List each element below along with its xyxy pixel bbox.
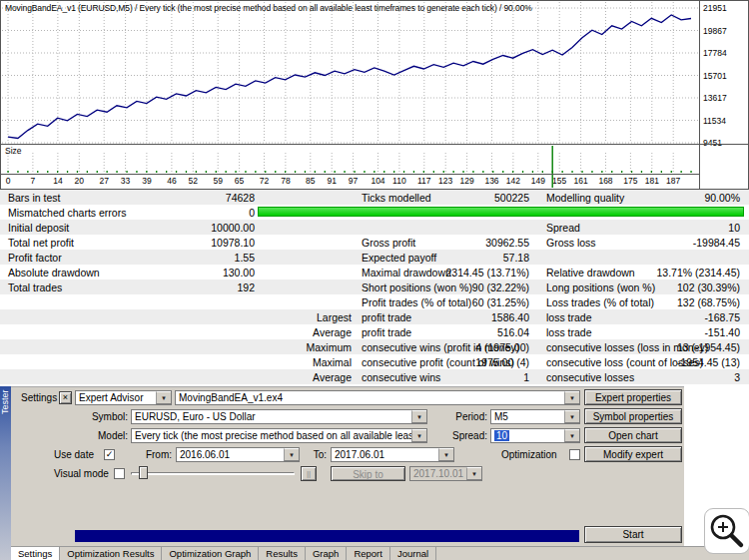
report-value: -151.40 — [704, 326, 740, 338]
report-value: 10000.00 — [211, 222, 255, 234]
to-label: To: — [305, 449, 327, 460]
use-date-label: Use date — [54, 449, 94, 460]
visual-speed-slider[interactable] — [131, 466, 295, 480]
x-axis-tick: 85 — [306, 176, 316, 186]
x-axis-tick: 175 — [623, 176, 637, 186]
report-value: 3 — [734, 371, 740, 383]
report-row: Maximumconsecutive wins (profit in money… — [0, 339, 749, 354]
report-value: 2314.45 (13.71%) — [446, 267, 529, 279]
zoom-control[interactable] — [704, 508, 749, 554]
start-button[interactable]: Start — [584, 526, 682, 543]
optimization-checkbox[interactable] — [569, 449, 580, 460]
tab-journal[interactable]: Journal — [390, 547, 436, 560]
close-icon[interactable]: × — [59, 391, 72, 404]
x-axis-tick: 20 — [75, 176, 85, 186]
symbol-properties-button[interactable]: Symbol properties — [584, 408, 682, 424]
x-axis-tick: 14 — [53, 176, 63, 186]
pause-button[interactable]: || — [301, 466, 317, 481]
balance-line — [8, 15, 691, 139]
report-label: profit trade — [362, 326, 411, 338]
report-value: 90.00% — [704, 192, 740, 204]
chevron-down-icon[interactable]: ▼ — [564, 410, 579, 423]
chevron-down-icon[interactable]: ▼ — [438, 448, 453, 461]
report-label: Expected payoff — [362, 252, 436, 264]
x-axis-tick: 27 — [99, 176, 109, 186]
y-axis-tick: 15701 — [703, 71, 727, 81]
report-value: -19984.45 — [693, 237, 740, 249]
report-value: -168.75 — [704, 311, 740, 323]
tab-settings[interactable]: Settings — [11, 547, 60, 560]
expert-properties-button[interactable]: Expert properties — [584, 389, 682, 405]
strategy-tester-report-window: 2195119867177841570113617115349451071420… — [0, 0, 749, 560]
chevron-down-icon[interactable]: ▼ — [564, 391, 579, 404]
open-chart-button[interactable]: Open chart — [584, 427, 682, 443]
x-axis-tick: 78 — [281, 176, 291, 186]
report-label: Long positions (won %) — [546, 281, 655, 293]
period-select[interactable]: M5 ▼ — [490, 409, 580, 424]
tab-optimization-results[interactable]: Optimization Results — [60, 547, 162, 560]
skip-to-button[interactable]: Skip to — [331, 466, 405, 481]
tab-results[interactable]: Results — [259, 547, 306, 560]
report-value: 60 (31.25%) — [472, 296, 529, 308]
x-axis-tick: 33 — [121, 176, 131, 186]
spread-input[interactable]: 10 ▼ — [490, 428, 580, 443]
report-label: Relative drawdown — [546, 267, 635, 279]
report-row: Averageprofit trade516.04loss trade-151.… — [0, 324, 749, 339]
report-label: loss trade — [546, 326, 592, 338]
chevron-down-icon[interactable]: ▼ — [156, 391, 171, 404]
x-axis-tick: 52 — [189, 176, 199, 186]
model-select[interactable]: Every tick (the most precise method base… — [131, 428, 427, 443]
from-label: From: — [140, 449, 172, 460]
tab-optimization-graph[interactable]: Optimization Graph — [162, 547, 259, 560]
tab-graph[interactable]: Graph — [306, 547, 347, 560]
chevron-down-icon[interactable]: ▼ — [284, 448, 299, 461]
y-axis-tick: 9451 — [703, 138, 722, 148]
from-date-select[interactable]: 2016.06.01 ▼ — [176, 447, 300, 462]
expert-type-value: Expert Advisor — [76, 391, 156, 404]
x-axis-tick: 142 — [506, 176, 520, 186]
symbol-select[interactable]: EURUSD, Euro - US Dollar ▼ — [131, 409, 427, 424]
tab-report[interactable]: Report — [347, 547, 390, 560]
expert-file-select[interactable]: MovingBandEA_v1.ex4 ▼ — [175, 390, 580, 405]
to-date-select[interactable]: 2017.06.01 ▼ — [331, 447, 454, 462]
report-row: Profit factor1.55Expected payoff57.18 — [0, 250, 749, 265]
visual-mode-checkbox[interactable] — [114, 468, 125, 479]
y-axis-tick: 11534 — [703, 116, 726, 126]
chevron-down-icon[interactable]: ▼ — [466, 467, 481, 480]
balance-chart: 2195119867177841570113617115349451071420… — [0, 0, 749, 190]
slider-thumb[interactable] — [139, 466, 148, 479]
report-row: Mismatched charts errors0 — [0, 205, 749, 220]
report-value: 10978.10 — [211, 237, 255, 249]
report-value: 74628 — [226, 192, 255, 204]
report-label: Ticks modelled — [362, 192, 431, 204]
use-date-checkbox[interactable]: ✓ — [104, 449, 115, 460]
report-qualifier: Maximal — [313, 356, 352, 368]
magnifier-icon — [705, 509, 749, 553]
report-label: Maximal drawdown — [362, 267, 451, 279]
report-value: 1975.00 (4) — [475, 356, 529, 368]
x-axis-tick: 123 — [438, 176, 452, 186]
report-row: Total net profit10978.10Gross profit3096… — [0, 235, 749, 250]
x-axis-tick: 91 — [327, 176, 337, 186]
expert-type-select[interactable]: Expert Advisor ▼ — [75, 390, 172, 405]
report-label: Profit trades (% of total) — [362, 296, 471, 308]
chevron-down-icon[interactable]: ▼ — [411, 410, 426, 423]
modify-expert-button[interactable]: Modify expert — [584, 446, 682, 462]
report-label: Short positions (won %) — [362, 281, 472, 293]
report-value: 0 — [249, 207, 255, 219]
chevron-down-icon[interactable]: ▼ — [411, 429, 426, 442]
report-row: Initial deposit10000.00Spread10 — [0, 220, 749, 235]
chevron-down-icon[interactable]: ▼ — [564, 429, 579, 442]
report-label: Loss trades (% of total) — [546, 296, 654, 308]
report-label: Modelling quality — [546, 192, 624, 204]
report-table: Bars in test74628Ticks modelled500225Mod… — [0, 190, 749, 384]
spread-label: Spread: — [439, 430, 487, 441]
report-row: Bars in test74628Ticks modelled500225Mod… — [0, 190, 749, 205]
expert-file-value: MovingBandEA_v1.ex4 — [176, 391, 564, 404]
tester-dock-label: Tester — [0, 389, 11, 449]
x-axis-tick: 59 — [213, 176, 223, 186]
optimization-label: Optimization — [501, 449, 557, 460]
skip-date-select[interactable]: 2017.10.01 ▼ — [409, 466, 482, 481]
period-value: M5 — [491, 410, 564, 423]
report-label: Gross profit — [362, 237, 415, 249]
